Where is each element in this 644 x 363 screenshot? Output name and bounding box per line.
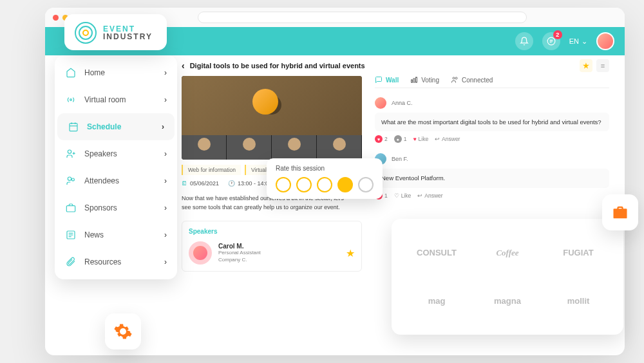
like-label: Like <box>419 136 429 142</box>
clock-icon: 🕐 <box>228 180 235 187</box>
sidebar: Home › Virtual room › Schedule › Speaker… <box>55 55 177 279</box>
sidebar-item-schedule[interactable]: Schedule › <box>57 113 175 140</box>
rating-face-4[interactable] <box>337 177 353 192</box>
speaker-company: Company C. <box>218 257 339 263</box>
chevron-right-icon: › <box>162 122 164 131</box>
sidebar-label: Virtual room <box>84 95 126 104</box>
sidebar-item-virtual-room[interactable]: Virtual room › <box>55 86 177 113</box>
user-avatar[interactable] <box>596 32 614 50</box>
post-body: What are the most important digital tool… <box>375 113 609 131</box>
calendar-icon <box>68 122 79 132</box>
sidebar-label: Sponsors <box>84 203 117 212</box>
clip-icon <box>65 257 77 267</box>
speaker-role: Personal Assistant <box>218 250 339 256</box>
sidebar-item-home[interactable]: Home › <box>55 59 177 86</box>
participant-thumb <box>227 135 272 160</box>
view-toggle-button[interactable]: ≡ <box>596 59 609 72</box>
tab-label: Connected <box>462 77 493 84</box>
sponsor-logo[interactable]: Coffee <box>496 248 518 258</box>
sponsor-logo[interactable]: mag <box>428 296 446 306</box>
page-title: Digital tools to be used for hybrid and … <box>190 62 365 70</box>
tab-label: Wall <box>386 77 399 84</box>
briefcase-float-icon[interactable] <box>602 194 638 230</box>
window-close-dot[interactable] <box>53 15 59 21</box>
sidebar-label: Home <box>84 68 105 77</box>
answer-label: Answer <box>442 136 460 142</box>
sidebar-label: Schedule <box>87 122 121 131</box>
post-actions: ♥2 ●1 ♥Like ↩Answer <box>375 135 609 143</box>
rating-face-1[interactable] <box>276 177 291 192</box>
briefcase-icon <box>65 203 77 213</box>
speaker-avatar <box>189 241 212 265</box>
sidebar-item-attendees[interactable]: Attendees › <box>55 167 177 194</box>
session-date: 05/06/2021 <box>190 180 219 187</box>
svg-point-4 <box>453 77 455 79</box>
grey-count: 1 <box>404 136 407 142</box>
brand-logo[interactable]: EVENT INDUSTRY <box>64 14 167 50</box>
star-icon[interactable]: ★ <box>346 247 355 259</box>
tab-connected[interactable]: Connected <box>451 76 493 84</box>
session-video[interactable] <box>182 76 362 160</box>
sidebar-item-news[interactable]: News › <box>55 221 177 248</box>
chevron-right-icon: › <box>164 95 167 104</box>
post-actions: ♥1 ♡Like ↩Answer <box>375 192 609 200</box>
speaker-row[interactable]: Carol M. Personal Assistant Company C. ★ <box>189 241 355 265</box>
participant-thumb <box>317 135 362 160</box>
url-bar[interactable] <box>198 12 527 23</box>
like-button[interactable]: ♥Like <box>413 136 428 142</box>
chevron-right-icon: › <box>164 257 167 266</box>
logo-icon <box>75 22 97 44</box>
sidebar-label: Resources <box>84 257 121 266</box>
rating-face-5[interactable] <box>358 177 374 192</box>
users-icon <box>65 176 77 186</box>
rating-face-2[interactable] <box>296 177 312 192</box>
play-icon[interactable] <box>262 95 281 115</box>
participant-thumb <box>272 135 317 160</box>
rating-face-3[interactable] <box>317 177 332 192</box>
sponsors-card: CONSULT Coffee FUGIAT mag magna mollit <box>392 219 623 335</box>
svg-point-6 <box>70 99 72 101</box>
chevron-right-icon: › <box>164 230 167 239</box>
tab-voting[interactable]: Voting <box>410 76 439 84</box>
svg-point-14 <box>68 177 71 180</box>
sidebar-item-sponsors[interactable]: Sponsors › <box>55 194 177 221</box>
chevron-right-icon: › <box>164 176 167 185</box>
svg-rect-3 <box>416 77 417 82</box>
messages-button[interactable]: 2 <box>542 32 560 50</box>
sponsor-logo[interactable]: CONSULT <box>417 248 457 257</box>
svg-rect-2 <box>413 79 415 82</box>
home-icon <box>65 68 77 78</box>
sponsor-logo[interactable]: magna <box>494 296 521 306</box>
heart-count: 2 <box>384 136 388 142</box>
language-label: EN <box>569 37 579 45</box>
grey-count-icon: ● <box>394 135 402 143</box>
speakers-title: Speakers <box>189 228 355 235</box>
answer-button[interactable]: ↩Answer <box>435 136 460 142</box>
back-icon[interactable]: ‹ <box>182 60 185 71</box>
answer-button[interactable]: ↩Answer <box>417 192 442 199</box>
sidebar-item-resources[interactable]: Resources › <box>55 248 177 275</box>
answer-label: Answer <box>424 192 442 199</box>
tag: Web for information <box>182 165 241 175</box>
speaker-name: Carol M. <box>218 243 339 250</box>
sponsor-logo[interactable]: FUGIAT <box>563 248 593 257</box>
settings-float-icon[interactable] <box>105 313 141 349</box>
favorite-button[interactable]: ★ <box>580 59 592 72</box>
like-button[interactable]: ♡Like <box>394 192 412 199</box>
svg-point-5 <box>455 77 457 79</box>
svg-point-11 <box>68 150 71 153</box>
chevron-down-icon: ⌄ <box>582 37 587 46</box>
wall-tabs: Wall Voting Connected <box>375 76 609 88</box>
like-label: Like <box>401 192 412 199</box>
svg-point-15 <box>71 178 74 181</box>
tab-wall[interactable]: Wall <box>375 76 399 84</box>
svg-rect-1 <box>412 80 413 82</box>
post-author: Ben F. <box>392 156 408 162</box>
svg-rect-16 <box>66 206 75 212</box>
sidebar-item-speakers[interactable]: Speakers › <box>55 140 177 167</box>
sponsor-logo[interactable]: mollit <box>567 296 590 306</box>
language-selector[interactable]: EN ⌄ <box>569 37 587 46</box>
notifications-button[interactable] <box>515 32 533 50</box>
users-plus-icon <box>65 149 77 159</box>
broadcast-icon <box>65 95 77 105</box>
